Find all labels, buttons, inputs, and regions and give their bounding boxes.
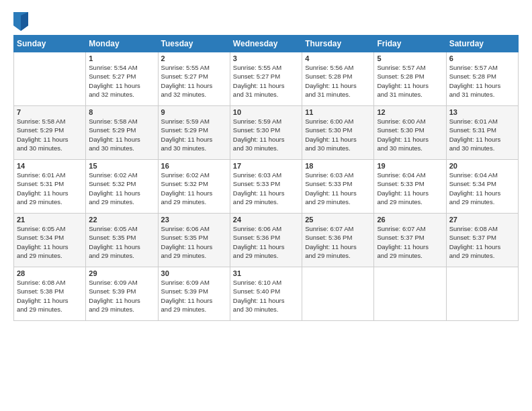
day-cell: 26Sunrise: 6:07 AMSunset: 5:37 PMDayligh… (374, 214, 446, 267)
day-number: 17 (233, 162, 299, 170)
day-cell: 28Sunrise: 6:08 AMSunset: 5:38 PMDayligh… (14, 267, 86, 321)
cell-content: Sunrise: 5:57 AMSunset: 5:28 PMDaylight:… (377, 63, 443, 99)
cell-content: Sunrise: 6:05 AMSunset: 5:34 PMDaylight:… (17, 224, 83, 260)
day-cell: 30Sunrise: 6:09 AMSunset: 5:39 PMDayligh… (158, 267, 230, 321)
day-number: 27 (449, 216, 515, 224)
day-cell: 22Sunrise: 6:05 AMSunset: 5:35 PMDayligh… (86, 214, 158, 267)
day-cell: 9Sunrise: 5:59 AMSunset: 5:29 PMDaylight… (158, 106, 230, 160)
day-number: 21 (17, 216, 83, 224)
cell-content: Sunrise: 6:08 AMSunset: 5:37 PMDaylight:… (449, 224, 515, 260)
day-cell: 7Sunrise: 5:58 AMSunset: 5:29 PMDaylight… (14, 106, 86, 160)
day-number: 22 (89, 216, 154, 224)
day-number: 5 (377, 54, 443, 62)
day-cell: 3Sunrise: 5:55 AMSunset: 5:27 PMDaylight… (230, 52, 302, 106)
header-cell-thursday: Thursday (302, 36, 374, 52)
day-cell: 16Sunrise: 6:02 AMSunset: 5:32 PMDayligh… (158, 160, 230, 214)
day-cell: 2Sunrise: 5:55 AMSunset: 5:27 PMDaylight… (158, 52, 230, 106)
day-cell: 27Sunrise: 6:08 AMSunset: 5:37 PMDayligh… (446, 214, 518, 267)
cell-content: Sunrise: 6:03 AMSunset: 5:33 PMDaylight:… (233, 171, 299, 206)
day-number: 30 (161, 269, 227, 277)
week-row-4: 21Sunrise: 6:05 AMSunset: 5:34 PMDayligh… (14, 214, 519, 267)
day-cell: 29Sunrise: 6:09 AMSunset: 5:39 PMDayligh… (86, 267, 158, 321)
day-cell: 19Sunrise: 6:04 AMSunset: 5:33 PMDayligh… (374, 160, 446, 214)
week-row-1: 1Sunrise: 5:54 AMSunset: 5:27 PMDaylight… (14, 52, 519, 106)
week-row-3: 14Sunrise: 6:01 AMSunset: 5:31 PMDayligh… (14, 160, 519, 214)
day-cell: 8Sunrise: 5:58 AMSunset: 5:29 PMDaylight… (86, 106, 158, 160)
day-number: 18 (305, 162, 371, 170)
header-cell-sunday: Sunday (14, 36, 86, 52)
cell-content: Sunrise: 6:04 AMSunset: 5:33 PMDaylight:… (377, 171, 443, 206)
cell-content: Sunrise: 5:55 AMSunset: 5:27 PMDaylight:… (233, 63, 299, 99)
day-cell: 10Sunrise: 5:59 AMSunset: 5:30 PMDayligh… (230, 106, 302, 160)
day-number: 4 (305, 54, 371, 62)
logo (13, 12, 31, 31)
cell-content: Sunrise: 6:08 AMSunset: 5:38 PMDaylight:… (17, 278, 83, 314)
cell-content: Sunrise: 6:10 AMSunset: 5:40 PMDaylight:… (233, 278, 299, 314)
cell-content: Sunrise: 6:00 AMSunset: 5:30 PMDaylight:… (377, 117, 443, 152)
day-number: 24 (233, 216, 299, 224)
cell-content: Sunrise: 6:04 AMSunset: 5:34 PMDaylight:… (449, 171, 515, 206)
day-cell: 13Sunrise: 6:01 AMSunset: 5:31 PMDayligh… (446, 106, 518, 160)
cell-content: Sunrise: 6:00 AMSunset: 5:30 PMDaylight:… (305, 117, 371, 152)
day-cell: 23Sunrise: 6:06 AMSunset: 5:35 PMDayligh… (158, 214, 230, 267)
day-cell: 25Sunrise: 6:07 AMSunset: 5:36 PMDayligh… (302, 214, 374, 267)
day-cell: 6Sunrise: 5:57 AMSunset: 5:28 PMDaylight… (446, 52, 518, 106)
cell-content: Sunrise: 5:58 AMSunset: 5:29 PMDaylight:… (89, 117, 154, 152)
header-cell-tuesday: Tuesday (158, 36, 230, 52)
header-cell-saturday: Saturday (446, 36, 518, 52)
cell-content: Sunrise: 5:58 AMSunset: 5:29 PMDaylight:… (17, 117, 83, 152)
header-cell-wednesday: Wednesday (230, 36, 302, 52)
header-row: SundayMondayTuesdayWednesdayThursdayFrid… (14, 36, 519, 52)
day-number: 8 (89, 108, 154, 116)
cell-content: Sunrise: 6:03 AMSunset: 5:33 PMDaylight:… (305, 171, 371, 206)
cell-content: Sunrise: 6:06 AMSunset: 5:36 PMDaylight:… (233, 224, 299, 260)
day-number: 15 (89, 162, 154, 170)
cell-content: Sunrise: 6:01 AMSunset: 5:31 PMDaylight:… (17, 171, 83, 206)
day-number: 26 (377, 216, 443, 224)
day-cell: 5Sunrise: 5:57 AMSunset: 5:28 PMDaylight… (374, 52, 446, 106)
day-cell: 21Sunrise: 6:05 AMSunset: 5:34 PMDayligh… (14, 214, 86, 267)
calendar-table: SundayMondayTuesdayWednesdayThursdayFrid… (13, 35, 519, 321)
cell-content: Sunrise: 6:09 AMSunset: 5:39 PMDaylight:… (161, 278, 227, 314)
day-number: 9 (161, 108, 227, 116)
day-cell (446, 267, 518, 321)
day-cell: 12Sunrise: 6:00 AMSunset: 5:30 PMDayligh… (374, 106, 446, 160)
day-number: 19 (377, 162, 443, 170)
week-row-5: 28Sunrise: 6:08 AMSunset: 5:38 PMDayligh… (14, 267, 519, 321)
day-cell: 4Sunrise: 5:56 AMSunset: 5:28 PMDaylight… (302, 52, 374, 106)
cell-content: Sunrise: 6:01 AMSunset: 5:31 PMDaylight:… (449, 117, 515, 152)
day-cell: 31Sunrise: 6:10 AMSunset: 5:40 PMDayligh… (230, 267, 302, 321)
cell-content: Sunrise: 6:02 AMSunset: 5:32 PMDaylight:… (161, 171, 227, 206)
page: SundayMondayTuesdayWednesdayThursdayFrid… (0, 0, 532, 411)
cell-content: Sunrise: 5:55 AMSunset: 5:27 PMDaylight:… (161, 63, 227, 99)
day-number: 29 (89, 269, 154, 277)
day-number: 7 (17, 108, 83, 116)
header-cell-monday: Monday (86, 36, 158, 52)
day-cell: 1Sunrise: 5:54 AMSunset: 5:27 PMDaylight… (86, 52, 158, 106)
cell-content: Sunrise: 6:05 AMSunset: 5:35 PMDaylight:… (89, 224, 154, 260)
cell-content: Sunrise: 5:56 AMSunset: 5:28 PMDaylight:… (305, 63, 371, 99)
day-cell: 18Sunrise: 6:03 AMSunset: 5:33 PMDayligh… (302, 160, 374, 214)
cell-content: Sunrise: 6:09 AMSunset: 5:39 PMDaylight:… (89, 278, 154, 314)
day-number: 11 (305, 108, 371, 116)
day-number: 10 (233, 108, 299, 116)
day-number: 25 (305, 216, 371, 224)
day-cell: 11Sunrise: 6:00 AMSunset: 5:30 PMDayligh… (302, 106, 374, 160)
cell-content: Sunrise: 6:02 AMSunset: 5:32 PMDaylight:… (89, 171, 154, 206)
day-number: 2 (161, 54, 227, 62)
cell-content: Sunrise: 6:07 AMSunset: 5:36 PMDaylight:… (305, 224, 371, 260)
day-number: 1 (89, 54, 154, 62)
day-number: 16 (161, 162, 227, 170)
cell-content: Sunrise: 5:59 AMSunset: 5:29 PMDaylight:… (161, 117, 227, 152)
week-row-2: 7Sunrise: 5:58 AMSunset: 5:29 PMDaylight… (14, 106, 519, 160)
day-number: 23 (161, 216, 227, 224)
day-number: 28 (17, 269, 83, 277)
cell-content: Sunrise: 5:54 AMSunset: 5:27 PMDaylight:… (89, 63, 154, 99)
cell-content: Sunrise: 5:59 AMSunset: 5:30 PMDaylight:… (233, 117, 299, 152)
header-cell-friday: Friday (374, 36, 446, 52)
cell-content: Sunrise: 5:57 AMSunset: 5:28 PMDaylight:… (449, 63, 515, 99)
day-number: 13 (449, 108, 515, 116)
day-number: 31 (233, 269, 299, 277)
day-cell (374, 267, 446, 321)
header (13, 12, 519, 31)
